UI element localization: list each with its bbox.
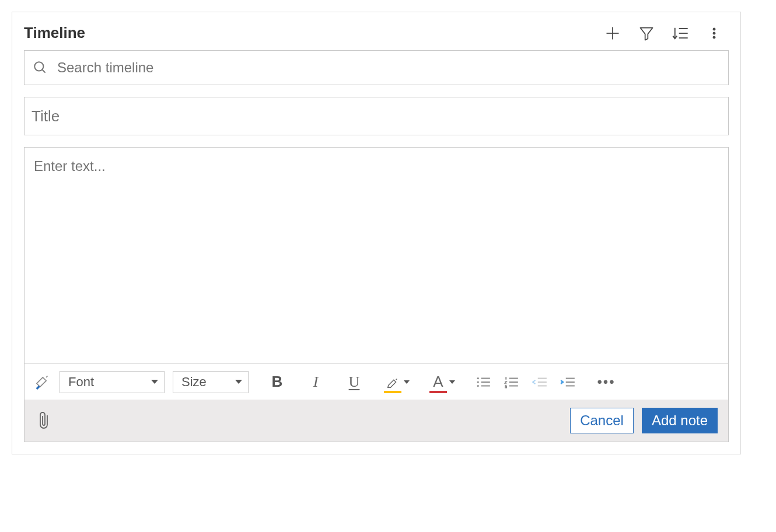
bullet-list-icon: [476, 376, 491, 388]
svg-point-9: [713, 36, 715, 38]
svg-line-11: [42, 69, 45, 72]
timeline-panel: Timeline Enter text...: [12, 12, 741, 454]
toolbar-more-button[interactable]: •••: [596, 372, 616, 392]
svg-point-8: [713, 32, 715, 34]
highlight-color-button[interactable]: [383, 372, 410, 392]
more-vertical-icon: [707, 25, 721, 41]
more-button[interactable]: [705, 24, 723, 42]
font-select[interactable]: Font: [60, 371, 165, 393]
svg-point-16: [477, 384, 479, 386]
highlighter-icon: [386, 376, 400, 388]
cancel-button[interactable]: Cancel: [570, 408, 634, 433]
font-color-glyph: A: [433, 373, 443, 391]
filter-icon: [638, 25, 655, 41]
add-button[interactable]: [604, 24, 621, 42]
format-painter-icon: [33, 374, 50, 390]
svg-point-14: [477, 381, 479, 383]
search-input[interactable]: [56, 59, 720, 76]
bold-button[interactable]: B: [267, 372, 287, 392]
timeline-title: Timeline: [24, 24, 604, 42]
indent-button[interactable]: [558, 372, 578, 392]
chevron-down-icon: [449, 380, 455, 384]
attach-button[interactable]: [35, 411, 55, 430]
rich-text-toolbar: Font Size B I U: [25, 363, 728, 400]
svg-point-10: [34, 62, 43, 71]
chevron-down-icon: [404, 380, 410, 384]
svg-point-12: [477, 377, 479, 379]
add-note-button[interactable]: Add note: [642, 408, 718, 433]
svg-point-7: [713, 28, 715, 30]
underline-glyph: U: [349, 373, 360, 391]
size-select[interactable]: Size: [173, 371, 249, 393]
format-painter-button[interactable]: [32, 372, 51, 392]
note-footer: Cancel Add note: [25, 400, 728, 442]
sort-icon: [672, 25, 689, 41]
note-title-row: [24, 97, 729, 135]
bullet-list-button[interactable]: [474, 372, 494, 392]
search-icon: [33, 60, 48, 75]
outdent-button[interactable]: [530, 372, 550, 392]
chevron-down-icon: [235, 380, 242, 384]
size-select-label: Size: [181, 374, 207, 390]
font-select-label: Font: [68, 374, 94, 390]
note-title-input[interactable]: [30, 107, 722, 126]
ellipsis-icon: •••: [597, 374, 615, 390]
note-editor: Enter text... Font Size B I U: [24, 147, 729, 442]
filter-button[interactable]: [638, 24, 655, 42]
outdent-icon: [532, 376, 548, 388]
numbered-list-button[interactable]: [502, 372, 522, 392]
italic-button[interactable]: I: [306, 372, 326, 392]
paperclip-icon: [39, 411, 51, 430]
timeline-header-actions: [604, 24, 729, 42]
svg-marker-2: [641, 27, 653, 40]
note-body-input[interactable]: Enter text...: [25, 148, 728, 363]
plus-icon: [604, 25, 621, 41]
chevron-down-icon: [151, 380, 158, 384]
font-color-button[interactable]: A: [428, 372, 455, 392]
indent-icon: [560, 376, 576, 388]
underline-button[interactable]: U: [344, 372, 364, 392]
search-row: [24, 50, 729, 85]
numbered-list-icon: [504, 376, 519, 388]
timeline-header: Timeline: [24, 24, 729, 42]
sort-button[interactable]: [672, 24, 689, 42]
